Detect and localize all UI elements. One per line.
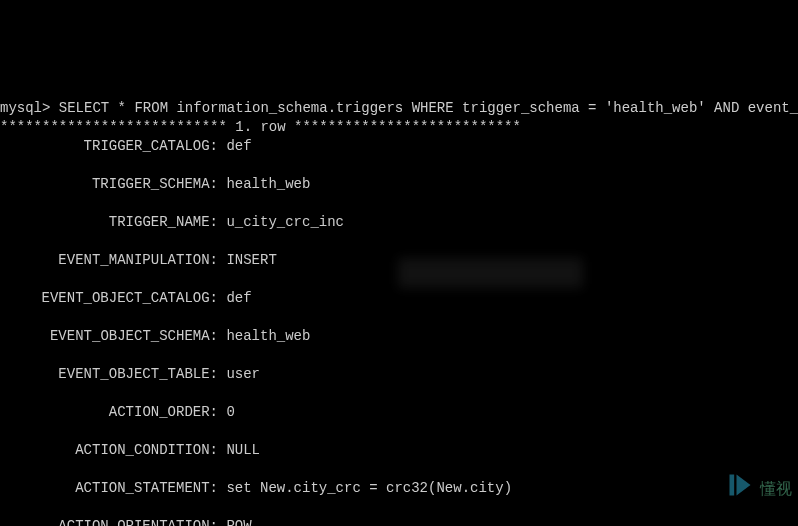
field-row: TRIGGER_SCHEMA:health_web — [0, 175, 798, 194]
field-key: ACTION_STATEMENT: — [0, 479, 218, 498]
field-key: ACTION_ORDER: — [0, 403, 218, 422]
field-row: EVENT_OBJECT_TABLE:user — [0, 365, 798, 384]
field-val: 0 — [218, 403, 235, 422]
row-separator-1: *************************** 1. row *****… — [0, 119, 521, 135]
field-key: EVENT_OBJECT_CATALOG: — [0, 289, 218, 308]
field-val: set New.city_crc = crc32(New.city) — [218, 479, 512, 498]
field-row: ACTION_CONDITION:NULL — [0, 441, 798, 460]
field-row: ACTION_STATEMENT:set New.city_crc = crc3… — [0, 479, 798, 498]
field-val: health_web — [218, 327, 310, 346]
field-val: user — [218, 365, 260, 384]
field-key: EVENT_OBJECT_SCHEMA: — [0, 327, 218, 346]
field-val: u_city_crc_inc — [218, 213, 344, 232]
terminal-output: mysql> SELECT * FROM information_schema.… — [0, 80, 798, 526]
field-row: ACTION_ORIENTATION:ROW — [0, 517, 798, 526]
field-row: EVENT_OBJECT_SCHEMA:health_web — [0, 327, 798, 346]
mysql-prompt-line: mysql> SELECT * FROM information_schema.… — [0, 100, 798, 116]
field-val: NULL — [218, 441, 260, 460]
field-val: def — [218, 289, 252, 308]
field-key: EVENT_OBJECT_TABLE: — [0, 365, 218, 384]
watermark: 懂视 — [686, 450, 798, 526]
field-key: TRIGGER_CATALOG: — [0, 137, 218, 156]
field-row: TRIGGER_NAME:u_city_crc_inc — [0, 213, 798, 232]
field-val: def — [218, 137, 252, 156]
artifact-smudge — [398, 258, 583, 288]
field-val: INSERT — [218, 251, 277, 270]
field-key: ACTION_ORIENTATION: — [0, 517, 218, 526]
field-row: TRIGGER_CATALOG:def — [0, 137, 798, 156]
field-key: TRIGGER_NAME: — [0, 213, 218, 232]
field-val: ROW — [218, 517, 252, 526]
field-val: health_web — [218, 175, 310, 194]
field-row: ACTION_ORDER:0 — [0, 403, 798, 422]
field-key: ACTION_CONDITION: — [0, 441, 218, 460]
watermark-text: 懂视 — [760, 479, 792, 498]
field-row: EVENT_OBJECT_CATALOG:def — [0, 289, 798, 308]
field-key: EVENT_MANIPULATION: — [0, 251, 218, 270]
play-icon — [692, 452, 754, 524]
field-key: TRIGGER_SCHEMA: — [0, 175, 218, 194]
